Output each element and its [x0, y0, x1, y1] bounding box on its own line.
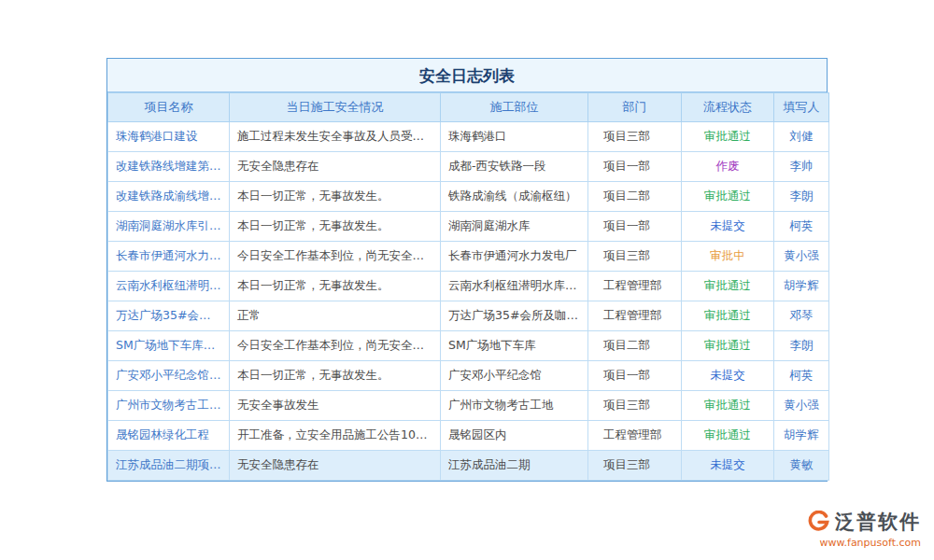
writer-cell[interactable]: 李朗 — [774, 182, 829, 212]
safety-status-cell: 施工过程未发生安全事故及人员受伤情况 — [230, 122, 441, 152]
safety-status-cell: 今日安全工作基本到位，尚无安全隐... — [230, 242, 441, 272]
workflow-status-cell[interactable]: 未提交 — [682, 451, 774, 481]
column-header-writer: 填写人 — [774, 93, 829, 122]
department-cell: 项目三部 — [588, 451, 682, 481]
safety-status-cell: 本日一切正常，无事故发生。 — [230, 212, 441, 242]
column-header-dept: 部门 — [588, 93, 682, 122]
location-cell: 成都-西安铁路一段 — [441, 152, 588, 182]
workflow-status-cell[interactable]: 审批通过 — [682, 182, 774, 212]
location-cell: 江苏成品油二期 — [441, 451, 588, 481]
writer-cell[interactable]: 李帅 — [774, 152, 829, 182]
workflow-status-cell[interactable]: 作废 — [682, 152, 774, 182]
table-row[interactable]: 改建铁路线增建第二...无安全隐患存在成都-西安铁路一段项目一部作废李帅 — [108, 152, 829, 182]
safety-status-cell: 本日一切正常，无事故发生。 — [230, 272, 441, 301]
writer-cell[interactable]: 黄小强 — [774, 391, 829, 421]
safety-status-cell: 无安全隐患存在 — [230, 451, 441, 481]
workflow-status-cell[interactable]: 审批中 — [682, 242, 774, 272]
safety-status-cell: 今日安全工作基本到位，尚无安全隐... — [230, 331, 441, 361]
writer-cell[interactable]: 李朗 — [774, 331, 829, 361]
department-cell: 项目三部 — [588, 242, 682, 272]
project-name-cell[interactable]: 湖南洞庭湖水库引水... — [108, 212, 230, 242]
project-name-cell[interactable]: 万达广场35#会所及... — [108, 301, 230, 331]
location-cell: 广安邓小平纪念馆 — [441, 361, 588, 391]
department-cell: 项目三部 — [588, 122, 682, 152]
safety-status-cell: 无安全隐患存在 — [230, 152, 441, 182]
writer-cell[interactable]: 黄敏 — [774, 451, 829, 481]
table-row[interactable]: 珠海鹤港口建设施工过程未发生安全事故及人员受伤情况珠海鹤港口项目三部审批通过刘健 — [108, 122, 829, 152]
workflow-status-cell[interactable]: 审批通过 — [682, 421, 774, 451]
department-cell: 项目一部 — [588, 152, 682, 182]
column-header-safety: 当日施工安全情况 — [230, 93, 441, 122]
workflow-status-cell[interactable]: 审批通过 — [682, 301, 774, 331]
table-row[interactable]: 改建铁路成渝线增建...本日一切正常，无事故发生。铁路成渝线（成渝枢纽）项目二部… — [108, 182, 829, 212]
table-row[interactable]: 万达广场35#会所及...正常万达广场35#会所及咖啡厅工程管理部审批通过邓琴 — [108, 301, 829, 331]
table-row[interactable]: 江苏成品油二期项目...无安全隐患存在江苏成品油二期项目三部未提交黄敏 — [108, 451, 829, 481]
table-row[interactable]: 广州市文物考古工地...无安全事故发生广州市文物考古工地项目三部审批通过黄小强 — [108, 391, 829, 421]
safety-status-cell: 无安全事故发生 — [230, 391, 441, 421]
workflow-status-cell[interactable]: 审批通过 — [682, 272, 774, 301]
safety-status-cell: 本日一切正常，无事故发生。 — [230, 361, 441, 391]
location-cell: 万达广场35#会所及咖啡厅 — [441, 301, 588, 331]
location-cell: 铁路成渝线（成渝枢纽） — [441, 182, 588, 212]
location-cell: 湖南洞庭湖水库 — [441, 212, 588, 242]
project-name-cell[interactable]: 珠海鹤港口建设 — [108, 122, 230, 152]
department-cell: 项目二部 — [588, 182, 682, 212]
safety-status-cell: 开工准备，立安全用品施工公告10个，... — [230, 421, 441, 451]
location-cell: SM广场地下车库 — [441, 331, 588, 361]
writer-cell[interactable]: 柯英 — [774, 361, 829, 391]
table-row[interactable]: 长春市伊通河水力发...今日安全工作基本到位，尚无安全隐...长春市伊通河水力发… — [108, 242, 829, 272]
vendor-name: 泛普软件 — [835, 509, 921, 535]
location-cell: 晟铭园区内 — [441, 421, 588, 451]
location-cell: 云南水利枢纽潜明水库一期 — [441, 272, 588, 301]
department-cell: 工程管理部 — [588, 421, 682, 451]
writer-cell[interactable]: 刘健 — [774, 122, 829, 152]
department-cell: 项目三部 — [588, 391, 682, 421]
safety-log-panel: 安全日志列表 项目名称 当日施工安全情况 施工部位 部门 流程状态 填写人 珠海… — [106, 58, 828, 482]
workflow-status-cell[interactable]: 未提交 — [682, 361, 774, 391]
table-body: 珠海鹤港口建设施工过程未发生安全事故及人员受伤情况珠海鹤港口项目三部审批通过刘健… — [108, 122, 829, 481]
project-name-cell[interactable]: 长春市伊通河水力发... — [108, 242, 230, 272]
location-cell: 珠海鹤港口 — [441, 122, 588, 152]
column-header-location: 施工部位 — [441, 93, 588, 122]
workflow-status-cell[interactable]: 审批通过 — [682, 331, 774, 361]
table-row[interactable]: 广安邓小平纪念馆安...本日一切正常，无事故发生。广安邓小平纪念馆项目一部未提交… — [108, 361, 829, 391]
department-cell: 工程管理部 — [588, 272, 682, 301]
table-row[interactable]: SM广场地下车库更...今日安全工作基本到位，尚无安全隐...SM广场地下车库项… — [108, 331, 829, 361]
page-title: 安全日志列表 — [107, 59, 827, 92]
writer-cell[interactable]: 胡学辉 — [774, 421, 829, 451]
safety-status-cell: 本日一切正常，无事故发生。 — [230, 182, 441, 212]
project-name-cell[interactable]: 江苏成品油二期项目... — [108, 451, 230, 481]
department-cell: 项目一部 — [588, 212, 682, 242]
project-name-cell[interactable]: 晟铭园林绿化工程 — [108, 421, 230, 451]
writer-cell[interactable]: 黄小强 — [774, 242, 829, 272]
table-row[interactable]: 湖南洞庭湖水库引水...本日一切正常，无事故发生。湖南洞庭湖水库项目一部未提交柯… — [108, 212, 829, 242]
project-name-cell[interactable]: 改建铁路线增建第二... — [108, 152, 230, 182]
project-name-cell[interactable]: 云南水利枢纽潜明水... — [108, 272, 230, 301]
vendor-url: www.fanpusoft.com — [807, 537, 921, 549]
safety-status-cell: 正常 — [230, 301, 441, 331]
table-row[interactable]: 晟铭园林绿化工程开工准备，立安全用品施工公告10个，...晟铭园区内工程管理部审… — [108, 421, 829, 451]
writer-cell[interactable]: 胡学辉 — [774, 272, 829, 301]
location-cell: 广州市文物考古工地 — [441, 391, 588, 421]
department-cell: 项目一部 — [588, 361, 682, 391]
fanpu-logo-icon — [807, 511, 829, 533]
column-header-project: 项目名称 — [108, 93, 230, 122]
location-cell: 长春市伊通河水力发电厂 — [441, 242, 588, 272]
safety-log-table: 项目名称 当日施工安全情况 施工部位 部门 流程状态 填写人 珠海鹤港口建设施工… — [107, 92, 829, 481]
column-header-status: 流程状态 — [682, 93, 774, 122]
department-cell: 工程管理部 — [588, 301, 682, 331]
writer-cell[interactable]: 柯英 — [774, 212, 829, 242]
project-name-cell[interactable]: SM广场地下车库更... — [108, 331, 230, 361]
project-name-cell[interactable]: 改建铁路成渝线增建... — [108, 182, 230, 212]
department-cell: 项目二部 — [588, 331, 682, 361]
table-row[interactable]: 云南水利枢纽潜明水...本日一切正常，无事故发生。云南水利枢纽潜明水库一期工程管… — [108, 272, 829, 301]
table-header-row: 项目名称 当日施工安全情况 施工部位 部门 流程状态 填写人 — [108, 93, 829, 122]
vendor-watermark: 泛普软件 www.fanpusoft.com — [807, 509, 921, 549]
writer-cell[interactable]: 邓琴 — [774, 301, 829, 331]
workflow-status-cell[interactable]: 未提交 — [682, 212, 774, 242]
workflow-status-cell[interactable]: 审批通过 — [682, 391, 774, 421]
project-name-cell[interactable]: 广安邓小平纪念馆安... — [108, 361, 230, 391]
project-name-cell[interactable]: 广州市文物考古工地... — [108, 391, 230, 421]
workflow-status-cell[interactable]: 审批通过 — [682, 122, 774, 152]
